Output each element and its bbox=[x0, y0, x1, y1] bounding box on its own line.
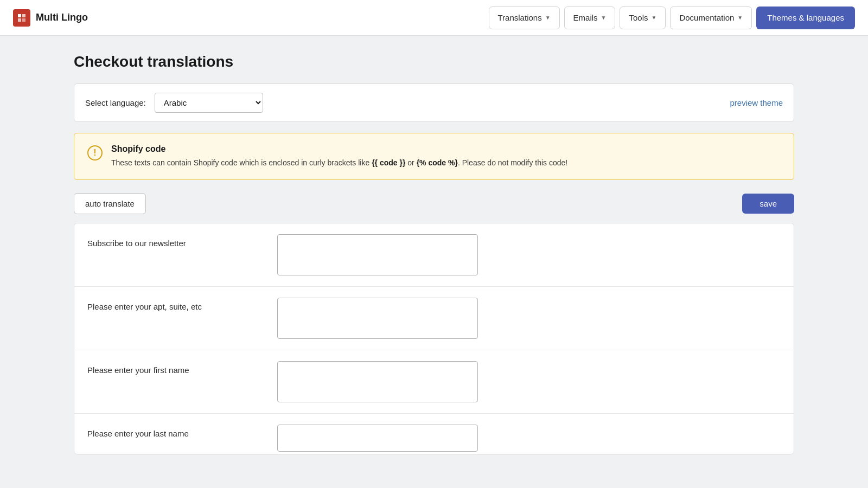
warning-title: Shopify code bbox=[111, 144, 781, 154]
nav-emails-label: Emails bbox=[573, 13, 598, 22]
translation-input-firstname[interactable] bbox=[277, 361, 478, 402]
main-nav: Translations ▼ Emails ▼ Tools ▼ Document… bbox=[489, 7, 856, 29]
chevron-down-icon: ▼ bbox=[601, 15, 607, 21]
auto-translate-button[interactable]: auto translate bbox=[74, 193, 146, 214]
language-selector-row: Select language: Arabic English French G… bbox=[74, 84, 794, 122]
table-row: Please enter your apt, suite, etc bbox=[74, 287, 794, 350]
warning-icon: ! bbox=[87, 145, 103, 160]
warning-text: These texts can contain Shopify code whi… bbox=[111, 157, 781, 169]
warning-text-middle: or bbox=[405, 158, 416, 167]
chevron-down-icon: ▼ bbox=[737, 15, 743, 21]
page-title: Checkout translations bbox=[74, 53, 794, 70]
translation-label: Please enter your apt, suite, etc bbox=[87, 298, 277, 311]
themes-languages-button[interactable]: Themes & languages bbox=[756, 7, 855, 29]
chevron-down-icon: ▼ bbox=[545, 15, 551, 21]
nav-emails[interactable]: Emails ▼ bbox=[564, 7, 616, 29]
table-row: Please enter your last name bbox=[74, 414, 794, 454]
nav-tools[interactable]: Tools ▼ bbox=[620, 7, 666, 29]
header: Multi Lingo Translations ▼ Emails ▼ Tool… bbox=[0, 0, 868, 36]
language-select[interactable]: Arabic English French German Spanish bbox=[155, 93, 263, 113]
save-button[interactable]: save bbox=[742, 194, 794, 214]
translation-input-lastname[interactable] bbox=[277, 425, 478, 452]
table-row: Subscribe to our newsletter bbox=[74, 223, 794, 287]
nav-translations-label: Translations bbox=[498, 13, 542, 22]
shopify-code-warning: ! Shopify code These texts can contain S… bbox=[74, 133, 794, 180]
translation-label: Please enter your first name bbox=[87, 361, 277, 375]
translation-input-newsletter[interactable] bbox=[277, 234, 478, 275]
nav-translations[interactable]: Translations ▼ bbox=[489, 7, 560, 29]
warning-text-before: These texts can contain Shopify code whi… bbox=[111, 158, 372, 167]
chevron-down-icon: ▼ bbox=[652, 15, 657, 21]
svg-rect-1 bbox=[22, 14, 25, 17]
action-row: auto translate save bbox=[74, 193, 794, 214]
nav-tools-label: Tools bbox=[629, 13, 648, 22]
warning-code2: {% code %} bbox=[417, 158, 458, 167]
svg-rect-2 bbox=[18, 18, 21, 22]
svg-rect-3 bbox=[22, 18, 25, 22]
main-content: Checkout translations Select language: A… bbox=[0, 36, 868, 472]
translation-label: Subscribe to our newsletter bbox=[87, 234, 277, 248]
language-label: Select language: bbox=[85, 98, 146, 107]
translation-table: Subscribe to our newsletter Please enter… bbox=[74, 223, 794, 454]
nav-documentation-label: Documentation bbox=[679, 13, 734, 22]
preview-theme-link[interactable]: preview theme bbox=[730, 98, 783, 107]
warning-text-after: . Please do not modify this code! bbox=[458, 158, 567, 167]
warning-content: Shopify code These texts can contain Sho… bbox=[111, 144, 781, 169]
logo-icon bbox=[13, 9, 30, 27]
translation-input-apt[interactable] bbox=[277, 298, 478, 339]
svg-rect-0 bbox=[18, 14, 21, 17]
app-title: Multi Lingo bbox=[36, 12, 88, 23]
translation-label: Please enter your last name bbox=[87, 425, 277, 438]
nav-documentation[interactable]: Documentation ▼ bbox=[670, 7, 752, 29]
table-row: Please enter your first name bbox=[74, 350, 794, 414]
language-label-group: Select language: Arabic English French G… bbox=[85, 93, 263, 113]
warning-code1: {{ code }} bbox=[372, 158, 405, 167]
logo-area: Multi Lingo bbox=[13, 9, 88, 27]
